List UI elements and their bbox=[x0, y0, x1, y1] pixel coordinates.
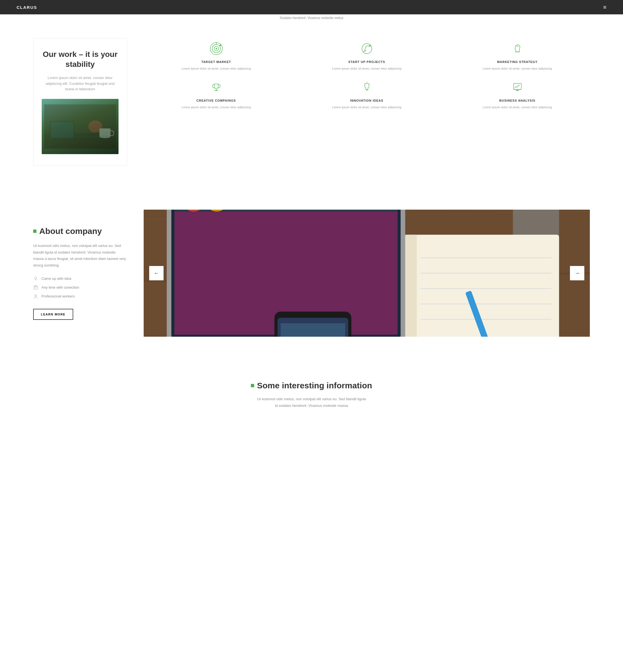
svg-rect-5 bbox=[51, 122, 73, 138]
section-about: About company Ut euismod odio metus, non… bbox=[0, 187, 623, 359]
work-image bbox=[42, 99, 119, 154]
list-item-professional: Professional workers bbox=[33, 294, 127, 299]
about-description: Ut euismod odio metus, non volutpat elit… bbox=[33, 243, 127, 269]
about-left: About company Ut euismod odio metus, non… bbox=[33, 226, 127, 320]
work-left-panel: Our work – it is your stability Lorem ip… bbox=[33, 38, 127, 165]
nav-logo: CLARUS bbox=[17, 5, 37, 10]
business-analysis-desc: Lorem ipsum dolor sit amet, consec tetur… bbox=[445, 105, 590, 110]
marketing-strategy-icon bbox=[510, 41, 525, 56]
startup-projects-icon bbox=[359, 41, 375, 56]
innovation-ideas-desc: Lorem ipsum dolor sit amet, consec tetur… bbox=[294, 105, 439, 110]
target-market-title: TARGET MARKET bbox=[144, 60, 289, 63]
info-heading-text: Some interesting information bbox=[257, 381, 372, 390]
work-title: Our work – it is your stability bbox=[42, 50, 119, 70]
svg-point-9 bbox=[99, 135, 111, 138]
came-up-icon bbox=[33, 276, 38, 281]
svg-line-26 bbox=[364, 84, 365, 84]
business-analysis-icon bbox=[510, 80, 525, 95]
any-time-text: Any time with conection bbox=[41, 285, 79, 289]
about-list: Came up with idea Any time with conectio… bbox=[33, 276, 127, 299]
feature-target-market: TARGET MARKET Lorem ipsum dolor sit amet… bbox=[144, 41, 289, 71]
came-up-text: Came up with idea bbox=[41, 276, 71, 281]
professional-icon bbox=[33, 294, 38, 299]
svg-line-17 bbox=[363, 51, 365, 53]
navbar: CLARUS ≡ bbox=[0, 0, 623, 14]
about-heading: About company bbox=[33, 226, 127, 236]
heading-dot-about bbox=[33, 230, 36, 233]
about-image-carousel: ← → bbox=[144, 210, 590, 337]
business-analysis-title: BUSINESS ANALYSIS bbox=[445, 99, 590, 102]
info-description: Ut euismod odio metus, non volutpat elit… bbox=[257, 396, 367, 409]
work-description: Lorem ipsum dolor sit amet, consec tetur… bbox=[42, 75, 119, 92]
target-market-icon bbox=[209, 41, 224, 56]
creative-campaigns-icon bbox=[209, 80, 224, 95]
carousel-prev-button[interactable]: ← bbox=[149, 266, 164, 280]
svg-point-18 bbox=[517, 46, 518, 47]
svg-rect-34 bbox=[34, 286, 37, 289]
info-heading: Some interesting information bbox=[33, 381, 590, 390]
about-heading-text: About company bbox=[39, 226, 102, 236]
startup-projects-desc: Lorem ipsum dolor sit amet, consec tetur… bbox=[294, 66, 439, 71]
ticker-text: Sodales hendrerit. Vivamus molestie metu… bbox=[279, 16, 344, 20]
marketing-strategy-title: MARKETING STRATEGY bbox=[445, 60, 590, 63]
any-time-icon bbox=[33, 285, 38, 290]
feature-creative-campaigns: CREATIVE COMPAINGS Lorem ipsum dolor sit… bbox=[144, 80, 289, 110]
feature-startup-projects: START UP PROJECTS Lorem ipsum dolor sit … bbox=[294, 41, 439, 71]
ticker-bar: Sodales hendrerit. Vivamus molestie metu… bbox=[0, 14, 623, 22]
nav-menu-icon[interactable]: ≡ bbox=[603, 4, 606, 10]
feature-innovation-ideas: INNOVATION IDEAS Lorem ipsum dolor sit a… bbox=[294, 80, 439, 110]
section-work: Our work – it is your stability Lorem ip… bbox=[0, 22, 623, 187]
list-item-any-time: Any time with conection bbox=[33, 285, 127, 290]
marketing-strategy-desc: Lorem ipsum dolor sit amet, consec tetur… bbox=[445, 66, 590, 71]
creative-campaigns-desc: Lorem ipsum dolor sit amet, consec tetur… bbox=[144, 105, 289, 110]
creative-campaigns-title: CREATIVE COMPAINGS bbox=[144, 99, 289, 102]
desk-svg bbox=[144, 210, 590, 337]
feature-business-analysis: BUSINESS ANALYSIS Lorem ipsum dolor sit … bbox=[445, 80, 590, 110]
learn-more-button[interactable]: LEARN MORE bbox=[33, 309, 73, 320]
work-features-grid: TARGET MARKET Lorem ipsum dolor sit amet… bbox=[144, 38, 590, 110]
svg-point-38 bbox=[35, 295, 36, 296]
carousel-next-button[interactable]: → bbox=[570, 266, 584, 280]
feature-marketing-strategy: MARKETING STRATEGY Lorem ipsum dolor sit… bbox=[445, 41, 590, 71]
heading-dot-info bbox=[251, 384, 254, 387]
svg-line-25 bbox=[369, 84, 370, 84]
section-info: Some interesting information Ut euismod … bbox=[0, 359, 623, 420]
desk-scene bbox=[144, 210, 590, 337]
svg-rect-73 bbox=[281, 323, 345, 337]
svg-point-13 bbox=[215, 48, 217, 50]
work-image-svg bbox=[44, 104, 116, 149]
startup-projects-title: START UP PROJECTS bbox=[294, 60, 439, 63]
list-item-came-up: Came up with idea bbox=[33, 276, 127, 281]
innovation-ideas-title: INNOVATION IDEAS bbox=[294, 99, 439, 102]
innovation-ideas-icon bbox=[359, 80, 375, 95]
target-market-desc: Lorem ipsum dolor sit amet, consec tetur… bbox=[144, 66, 289, 71]
professional-text: Professional workers bbox=[41, 294, 75, 298]
svg-rect-62 bbox=[405, 235, 417, 337]
svg-point-31 bbox=[34, 277, 37, 279]
svg-point-16 bbox=[365, 50, 366, 51]
